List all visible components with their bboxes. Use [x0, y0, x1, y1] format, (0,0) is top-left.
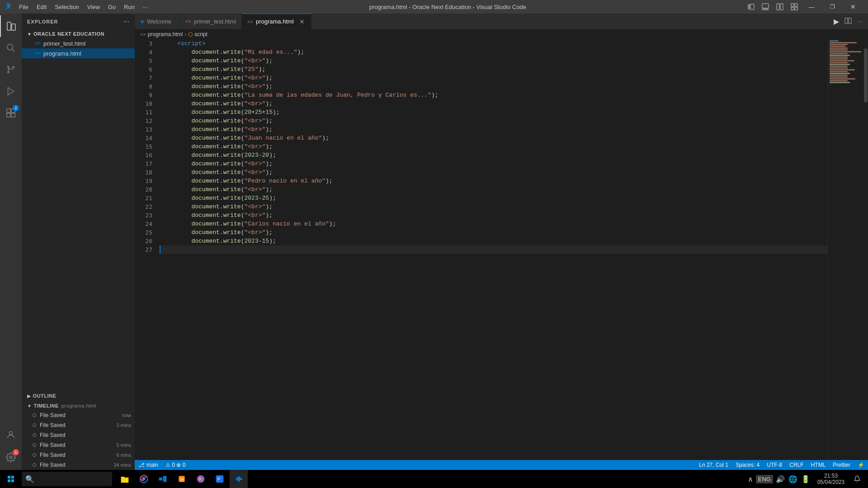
file-item-primer[interactable]: <> primer_test.html	[22, 38, 135, 48]
file-item-programa[interactable]: <> programa.html	[22, 48, 135, 58]
menu-more[interactable]: ···	[139, 3, 151, 11]
statusbar-encoding[interactable]: UTF-8	[763, 460, 786, 470]
activity-account[interactable]	[0, 424, 22, 446]
activity-search[interactable]	[0, 37, 22, 59]
timeline-file: programa.html	[61, 403, 96, 408]
lightning-label: ⚡	[858, 462, 864, 468]
taskbar-clock[interactable]: 21:53 05/04/2023	[814, 473, 848, 485]
timeline-item-3[interactable]: File Saved 5 mins	[22, 440, 135, 450]
toggle-sidebar-btn[interactable]	[744, 0, 758, 14]
scrollbar-thumb[interactable]	[864, 48, 868, 103]
systray-caret[interactable]: ∧	[747, 474, 754, 484]
statusbar-spaces[interactable]: Spaces: 4	[732, 460, 763, 470]
minimize-button[interactable]: —	[801, 0, 822, 14]
activity-run-debug[interactable]	[0, 80, 22, 102]
menu-run[interactable]: Run	[120, 3, 138, 11]
split-editor-btn[interactable]	[843, 15, 854, 28]
code-editor[interactable]: 3 4 5 6 7 8 9 10 11 12 13 14 15 16 17 18	[135, 39, 868, 460]
ln-9: 9	[135, 91, 156, 99]
explorer-actions[interactable]: ···	[123, 18, 129, 26]
statusbar-eol[interactable]: CRLF	[786, 460, 807, 470]
position-label: Ln 27, Col 1	[699, 462, 728, 468]
systray-battery[interactable]: 🔋	[800, 474, 811, 484]
breadcrumb: <> programa.html › ⬡ script	[135, 29, 868, 39]
explorer-folder[interactable]: ▼ ORACLE NEXT EDUCATION	[22, 29, 135, 38]
taskbar-app4[interactable]: W	[173, 470, 191, 488]
minimap-line	[830, 42, 857, 43]
statusbar-language[interactable]: HTML	[807, 460, 830, 470]
ln-13: 13	[135, 125, 156, 134]
taskbar-vscode[interactable]	[230, 470, 248, 488]
file-name-primer: primer_test.html	[43, 40, 85, 47]
tab-primer[interactable]: <> primer_test.html	[180, 14, 242, 29]
toggle-panel-btn[interactable]	[759, 0, 772, 14]
svg-rect-6	[791, 4, 794, 6]
tab-welcome[interactable]: ◈ Welcome	[135, 14, 180, 29]
code-line-3: <script>	[160, 39, 827, 48]
activity-extensions[interactable]: 2	[0, 102, 22, 124]
menu-go[interactable]: Go	[104, 3, 119, 11]
svg-rect-9	[795, 7, 797, 10]
statusbar-errors[interactable]: ⚠ 0 ⊗ 0	[162, 460, 189, 470]
statusbar-formatter[interactable]: Prettier	[829, 460, 854, 470]
timeline-item-0[interactable]: File Saved now	[22, 410, 135, 420]
breadcrumb-file[interactable]: programa.html	[148, 31, 183, 38]
notification-btn[interactable]	[848, 470, 866, 488]
taskbar-file-explorer[interactable]	[116, 470, 134, 488]
systray-volume[interactable]: 🔊	[775, 474, 786, 484]
svg-rect-8	[791, 7, 794, 10]
statusbar-lightning[interactable]: ⚡	[854, 460, 868, 470]
tabs-actions: ▶ ···	[832, 14, 868, 29]
menu-selection[interactable]: Selection	[51, 3, 82, 11]
timeline-item-1[interactable]: File Saved 3 mins	[22, 420, 135, 430]
tab-primer-icon: <>	[185, 19, 191, 24]
timeline-header[interactable]: ▼ TIMELINE programa.html	[22, 401, 135, 410]
more-actions-btn[interactable]: ···	[855, 16, 864, 27]
taskbar-app6[interactable]: P	[211, 470, 229, 488]
timeline-time-5: 34 mins	[113, 462, 131, 468]
activity-explorer[interactable]	[0, 15, 22, 37]
scrollbar-vertical[interactable]	[863, 39, 868, 460]
ln-19: 19	[135, 177, 156, 185]
taskbar-right: ∧ ENG 🔊 🌐 🔋 21:53 05/04/2023	[744, 470, 866, 488]
timeline-item-2[interactable]: File Saved	[22, 430, 135, 440]
systray-network[interactable]: 🌐	[788, 474, 798, 484]
close-button[interactable]: ✕	[843, 0, 863, 14]
taskbar-app3[interactable]	[154, 470, 172, 488]
tab-welcome-icon: ◈	[140, 18, 144, 24]
outline-header[interactable]: ▶ OUTLINE	[22, 390, 135, 401]
code-content[interactable]: <script> document.write("Mi edad es...")…	[160, 39, 827, 460]
code-line-20: document.write("<br>");	[160, 185, 827, 194]
svg-rect-24	[845, 18, 848, 23]
toggle-editor-btn[interactable]	[773, 0, 787, 14]
svg-rect-7	[795, 4, 797, 6]
minimap[interactable]	[827, 39, 863, 460]
taskbar-app5[interactable]: H	[192, 470, 210, 488]
ln-11: 11	[135, 108, 156, 117]
code-line-8: document.write("<br>");	[160, 82, 827, 91]
ln-4: 4	[135, 48, 156, 56]
activity-source-control[interactable]	[0, 59, 22, 80]
customize-layout-btn[interactable]	[788, 0, 801, 14]
tab-programa[interactable]: <> programa.html ✕	[242, 14, 311, 29]
taskbar-search[interactable]: 🔍	[22, 472, 112, 486]
activity-settings[interactable]: 1	[0, 446, 22, 468]
breadcrumb-script[interactable]: script	[194, 31, 208, 38]
code-line-16: document.write(2023-20);	[160, 151, 827, 160]
timeline-item-5[interactable]: File Saved 34 mins	[22, 460, 135, 470]
statusbar-position[interactable]: Ln 27, Col 1	[695, 460, 732, 470]
statusbar-branch[interactable]: ⎇ main	[135, 460, 162, 470]
menu-edit[interactable]: Edit	[33, 3, 50, 11]
taskbar-search-icon: 🔍	[25, 475, 34, 483]
menu-view[interactable]: View	[84, 3, 104, 11]
timeline-dot-5	[33, 463, 36, 467]
run-file-btn[interactable]: ▶	[832, 15, 841, 28]
code-line-4: document.write("Mi edad es...");	[160, 48, 827, 56]
tab-close-icon[interactable]: ✕	[298, 18, 306, 25]
start-button[interactable]	[2, 470, 20, 488]
menu-file[interactable]: File	[15, 3, 32, 11]
maximize-button[interactable]: ❐	[822, 0, 843, 14]
taskbar-chrome[interactable]	[135, 470, 153, 488]
systray-keyboard[interactable]: ENG	[756, 475, 773, 483]
timeline-item-4[interactable]: File Saved 6 mins	[22, 450, 135, 460]
